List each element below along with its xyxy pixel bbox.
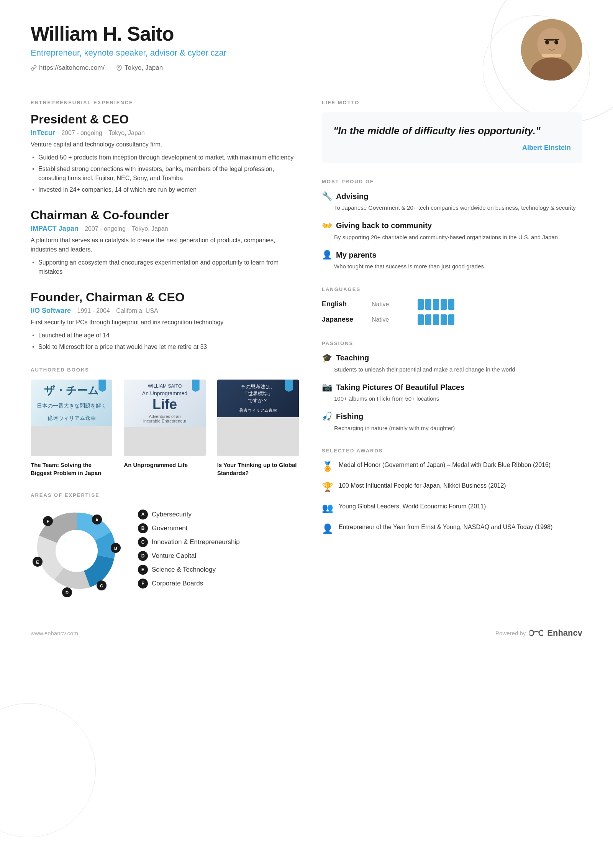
exp-bullet-1-3: Invested in 24+ companies, 14 of which a… xyxy=(31,185,299,194)
proud-icon-3: 👤 xyxy=(322,250,332,260)
pie-label-f-text: F xyxy=(47,519,49,524)
passion-desc-photography: 100+ albums on Flickr from 50+ locations xyxy=(322,395,582,403)
lang-name-japanese: Japanese xyxy=(322,316,372,324)
award-text-1: Medal of Honor (Government of Japan) – M… xyxy=(339,460,551,470)
book-cover-1: ザ・チーム日本の一番大きな問題を解く億達ウィリアム逸幸 xyxy=(31,380,112,456)
exp-title-2: Chairman & Co-founder xyxy=(31,208,299,222)
svg-rect-7 xyxy=(549,39,559,40)
passion-desc-fishing: Recharging in nature (mainly with my dau… xyxy=(322,424,582,433)
website-link[interactable]: https://saitohome.com/ xyxy=(31,64,105,72)
exp-desc-1: Venture capital and technology consultan… xyxy=(31,140,299,149)
award-2: 🏆 100 Most Influential People for Japan,… xyxy=(322,481,582,493)
exp-section-label: ENTREPRENEURIAL EXPERIENCE xyxy=(31,100,299,105)
exp-location-1: Tokyo, Japan xyxy=(108,130,144,136)
pie-svg: A B C D E xyxy=(31,505,123,597)
proud-title-3: 👤 My parents xyxy=(322,250,582,260)
passion-title-photography: 📷 Taking Pictures Of Beautiful Places xyxy=(322,382,582,392)
expertise-label-c: Innovation & Entrepreneurship xyxy=(152,538,240,546)
lang-level-english: Native xyxy=(372,301,418,308)
link-icon xyxy=(31,65,37,71)
exp-company-1: InTecur xyxy=(31,129,55,136)
pie-label-c-text: C xyxy=(100,584,103,588)
exp-period-3: 1991 - 2004 xyxy=(77,307,110,314)
award-text-2: 100 Most Influential People for Japan, N… xyxy=(339,481,506,490)
book-1: ザ・チーム日本の一番大きな問題を解く億達ウィリアム逸幸 The Team: So… xyxy=(31,380,112,477)
lang-bar-e1 xyxy=(418,299,424,310)
enhancv-brand-name: Enhancv xyxy=(547,628,582,638)
award-icon-2: 🏆 xyxy=(322,482,333,493)
lang-bar-e5 xyxy=(448,299,454,310)
expertise-badge-d: D xyxy=(138,551,148,561)
header-meta: https://saitohome.com/ Tokyo, Japan xyxy=(31,64,226,72)
lang-name-english: English xyxy=(322,300,372,308)
right-column: LIFE MOTTO "In the middle of difficulty … xyxy=(322,100,582,597)
expertise-label-a: Cybersecurity xyxy=(152,511,192,518)
header: William H. Saito Entrepreneur, keynote s… xyxy=(31,23,582,81)
lang-level-japanese: Native xyxy=(372,316,418,323)
award-1: 🏅 Medal of Honor (Government of Japan) –… xyxy=(322,460,582,472)
book-cover-2: WILLIAM SAITO An Unprogrammed Life Adven… xyxy=(124,380,205,456)
pie-label-b-text: B xyxy=(114,546,117,551)
exp-company-row-3: I/O Software 1991 - 2004 California, USA xyxy=(31,307,299,315)
passion-title-fishing: 🎣 Fishing xyxy=(322,412,582,422)
pie-label-e-text: E xyxy=(36,560,39,564)
motto-label: LIFE MOTTO xyxy=(322,100,582,105)
passion-title-teaching: 🎓 Teaching xyxy=(322,353,582,363)
expertise-item-d: D Venture Capital xyxy=(138,551,240,561)
lang-bar-e4 xyxy=(441,299,447,310)
expertise-label-f: Corporate Boards xyxy=(152,580,203,587)
book-title-2: An Unprogrammed Life xyxy=(124,461,205,469)
expertise-label-e: Science & Technology xyxy=(152,566,216,574)
expertise-item-a: A Cybersecurity xyxy=(138,510,240,519)
award-3: 👥 Young Global Leaders, World Economic F… xyxy=(322,502,582,513)
svg-rect-8 xyxy=(542,54,561,57)
exp-period-1: 2007 - ongoing xyxy=(61,130,102,136)
book-3: その思考法は、「世界標準」ですか？著者ウィリアム逸幸 Is Your Think… xyxy=(217,380,299,477)
pie-label-d-text: D xyxy=(66,590,69,595)
passion-photography: 📷 Taking Pictures Of Beautiful Places 10… xyxy=(322,382,582,403)
exp-company-2: IMPACT Japan xyxy=(31,225,79,232)
expertise-badge-b: B xyxy=(138,523,148,533)
expertise-item-f: F Corporate Boards xyxy=(138,579,240,589)
avatar xyxy=(521,19,582,81)
award-text-3: Young Global Leaders, World Economic For… xyxy=(339,502,486,511)
svg-point-0 xyxy=(118,67,120,68)
exp-desc-3: First security for PCs through fingerpri… xyxy=(31,318,299,327)
footer-brand: Powered by Enhancv xyxy=(495,628,582,638)
expertise-area: A B C D E xyxy=(31,505,299,597)
motto-box: "In the middle of difficulty lies opport… xyxy=(322,112,582,163)
exp-title-3: Founder, Chairman & CEO xyxy=(31,290,299,304)
full-name: William H. Saito xyxy=(31,23,226,45)
exp-entry-1: President & CEO InTecur 2007 - ongoing T… xyxy=(31,112,299,194)
book-title-3: Is Your Thinking up to Global Standards? xyxy=(217,461,299,477)
bg-decoration-3 xyxy=(0,703,96,837)
lang-bar-j4 xyxy=(441,314,447,325)
proud-desc-1: To Japanese Government & 20+ tech compan… xyxy=(322,204,582,212)
proud-title-1: 🔧 Advising xyxy=(322,191,582,201)
exp-location-3: California, USA xyxy=(116,307,158,314)
expertise-item-e: E Science & Technology xyxy=(138,565,240,575)
enhancv-infinity-icon xyxy=(529,629,543,637)
books-section-label: AUTHORED BOOKS xyxy=(31,367,299,373)
exp-title-1: President & CEO xyxy=(31,112,299,127)
expertise-badge-c: C xyxy=(138,537,148,547)
resume-page: William H. Saito Entrepreneur, keynote s… xyxy=(0,0,613,868)
book-cover-3: その思考法は、「世界標準」ですか？著者ウィリアム逸幸 xyxy=(217,380,299,456)
book-bookmark-2 xyxy=(192,380,200,392)
lang-english: English Native xyxy=(322,299,582,310)
pie-label-a-text: A xyxy=(95,518,98,522)
award-icon-1: 🏅 xyxy=(322,461,333,472)
award-4: 👤 Entrepreneur of the Year from Ernst & … xyxy=(322,523,582,534)
exp-entry-3: Founder, Chairman & CEO I/O Software 199… xyxy=(31,290,299,352)
header-info: William H. Saito Entrepreneur, keynote s… xyxy=(31,23,226,72)
exp-company-row-1: InTecur 2007 - ongoing Tokyo, Japan xyxy=(31,129,299,137)
lang-bar-j1 xyxy=(418,314,424,325)
expertise-label-d: Venture Capital xyxy=(152,552,196,560)
location: Tokyo, Japan xyxy=(116,64,163,72)
proud-desc-2: By supporting 20+ charitable and communi… xyxy=(322,233,582,242)
lang-bar-j3 xyxy=(433,314,439,325)
languages-label: LANGUAGES xyxy=(322,286,582,292)
award-text-4: Entrepreneur of the Year from Ernst & Yo… xyxy=(339,523,552,532)
exp-bullet-3-1: Launched at the age of 14 xyxy=(31,331,299,340)
passions-label: PASSIONS xyxy=(322,340,582,346)
